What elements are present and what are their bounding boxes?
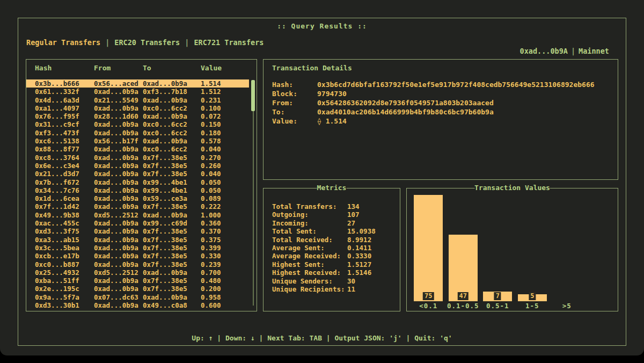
cell-value: 0.180 — [201, 129, 249, 137]
table-row[interactable]: 0x21...d3d70xad...0b9a0x7f...38e50.040 — [26, 170, 249, 178]
table-row[interactable]: 0xcb...e17b0xad...0b9a0x7f...38e50.330 — [26, 252, 249, 260]
table-row[interactable]: 0xd3...3f750xad...0b9a0x7f...38e50.370 — [26, 227, 249, 235]
table-row[interactable]: 0xc8...37640xad...0b9a0x7f...38e50.270 — [26, 154, 249, 162]
cell-to: 0xc0...6cc2 — [143, 145, 201, 153]
cell-to: 0xad...0b9a — [143, 96, 201, 104]
table-row[interactable]: 0x9a...5f7a0x07...dc630xad...0b9a0.958 — [26, 293, 249, 301]
table-row[interactable]: 0xa3...ab150xad...0b9a0x7f...38e50.375 — [26, 236, 249, 244]
table-row[interactable]: 0x3b...b6660x56...aced0xad...0b9a1.514 — [26, 79, 249, 88]
metric-row: Average Received:0.3330 — [272, 252, 396, 260]
cell-hash: 0xa1...4097 — [35, 104, 94, 112]
tab-regular-transfers[interactable]: Regular Transfers — [26, 38, 100, 47]
tab-separator: | — [100, 38, 114, 47]
table-row[interactable]: 0x7f...1d420xad...0b9a0x7f...38e50.222 — [26, 202, 249, 210]
cell-hash: 0xc6...5138 — [35, 137, 94, 145]
table-row[interactable]: 0x76...f95f0x28...1d600xad...0b9a0.072 — [26, 112, 249, 120]
detail-label: Block: — [272, 89, 317, 98]
cell-hash: 0xf3...473f — [35, 129, 94, 137]
metric-row: Total Received:8.9912 — [272, 236, 396, 244]
cell-hash: 0x88...8f77 — [35, 145, 94, 153]
cell-value: 0.260 — [201, 162, 249, 170]
table-row[interactable]: 0xa1...40970xad...0b9a0xc0...6cc20.100 — [26, 104, 249, 112]
cell-hash: 0xa3...ab15 — [35, 236, 94, 244]
cell-from: 0xad...0b9a — [94, 186, 143, 194]
table-body: 0x3b...b6660x56...aced0xad...0b9a1.5140x… — [26, 79, 257, 309]
metric-items: Total Transfers:134Outgoing:107Incoming:… — [272, 202, 396, 293]
table-row[interactable]: 0xc0...b8870xad...0b9a0x7f...38e50.239 — [26, 260, 249, 268]
table-row[interactable]: 0x7b...f6720xad...0b9a0x99...4be10.050 — [26, 178, 249, 186]
cell-value: 0.050 — [201, 186, 249, 194]
cell-value: 1.512 — [201, 88, 249, 96]
table-row[interactable]: 0x2e...195c0xad...0b9a0x7f...38e50.200 — [26, 285, 249, 293]
tab-erc721-transfers[interactable]: ERC721 Transfers — [194, 38, 264, 47]
table-row[interactable]: 0x1d...6cea0xad...0b9a0x59...ce3a0.089 — [26, 194, 249, 202]
cell-to: 0x7f...38e5 — [143, 227, 201, 235]
cell-to: 0xad...0b9a — [143, 211, 201, 219]
table-row[interactable]: 0x61...332f0xad...0b9a0xf3...7b181.512 — [26, 88, 249, 96]
table-row[interactable]: 0x31...c9cf0xad...0b9a0xc0...6cc20.150 — [26, 120, 249, 128]
cell-from: 0xad...0b9a — [94, 154, 143, 162]
bar-value-label: 7 — [494, 292, 501, 300]
histogram-bar — [449, 235, 478, 301]
cell-value: 0.200 — [201, 285, 249, 293]
scrollbar-thumb[interactable] — [251, 80, 255, 111]
column-header-from: From — [94, 64, 143, 72]
detail-row: Value:⟠ 1.514 — [272, 117, 612, 126]
table-row[interactable]: 0x49...9b380xd5...25120xad...0b9a1.000 — [26, 211, 249, 219]
account-address: 0xad...0b9A — [520, 47, 568, 55]
cell-hash: 0x9a...5f7a — [35, 293, 94, 301]
detail-row: To:0xad4010ac206b14d66999b4bf9b80c6bc97b… — [272, 107, 612, 117]
detail-value: 9794730 — [317, 89, 347, 98]
cell-to: 0x7f...38e5 — [143, 277, 201, 285]
cell-from: 0xad...0b9a — [94, 285, 143, 293]
cell-hash: 0xc0...b887 — [35, 260, 94, 268]
table-row[interactable]: 0xac...455c0xad...0b9a0x99...c69d0.360 — [26, 219, 249, 227]
tab-erc20-transfers[interactable]: ERC20 Transfers — [114, 38, 180, 47]
cell-value: 0.399 — [201, 244, 249, 252]
table-row[interactable]: 0xba...51ff0xad...0b9a0x7f...38e50.480 — [26, 277, 249, 285]
detail-value: 0xad4010ac206b14d66999b4bf9b80c6bc97b60b… — [317, 107, 494, 117]
cell-value: 0.480 — [201, 277, 249, 285]
histogram-slot: 47 — [446, 188, 481, 301]
cell-value: 0.360 — [201, 219, 249, 227]
table-row[interactable]: 0x3c...5bea0xad...0b9a0x7f...38e50.399 — [26, 244, 249, 252]
detail-label: From: — [272, 98, 317, 107]
cell-value: 0.100 — [201, 104, 249, 112]
table-row[interactable]: 0xf3...473f0xad...0b9a0xc0...6cc20.180 — [26, 129, 249, 137]
transaction-values-panel: Transaction Values 754775 <0.10.1-0.50.5… — [406, 188, 618, 311]
table-header: HashFromToValue — [26, 64, 257, 72]
metric-value: 1.5146 — [347, 268, 371, 277]
cell-from: 0xad...0b9a — [94, 277, 143, 285]
metric-value: 1.5127 — [347, 260, 371, 268]
network-label: Mainnet — [579, 47, 609, 55]
metric-label: Total Transfers: — [272, 202, 347, 210]
cell-to: 0xf3...7b18 — [143, 88, 201, 96]
metric-value: 30 — [347, 277, 355, 285]
bar-value-label: 47 — [458, 292, 469, 300]
table-row[interactable]: 0xc6...51380x56...b17f0xad...0b9a0.578 — [26, 137, 249, 145]
cell-to: 0xad...0b9a — [143, 137, 201, 145]
cell-from: 0xad...0b9a — [94, 244, 143, 252]
table-row[interactable]: 0x6e...c3e40xad...0b9a0x7f...38e50.260 — [26, 162, 249, 170]
cell-value: 0.239 — [201, 260, 249, 268]
cell-from: 0x56...b17f — [94, 137, 143, 145]
cell-from: 0xad...0b9a — [94, 162, 143, 170]
cell-from: 0xad...0b9a — [94, 194, 143, 202]
table-row[interactable]: 0x34...7c760xad...0b9a0x99...4be10.050 — [26, 186, 249, 194]
metric-row: Total Sent:15.0938 — [272, 227, 396, 235]
table-row[interactable]: 0x88...8f770xad...0b9a0xc0...6cc20.040 — [26, 145, 249, 153]
table-row[interactable]: 0xd3...30b10xad...0b9a0x49...c0a80.600 — [26, 301, 249, 309]
detail-row: Block:9794730 — [272, 89, 612, 98]
x-axis-label: 1-5 — [515, 302, 550, 310]
cell-hash: 0x7b...f672 — [35, 178, 94, 186]
metric-value: 134 — [347, 202, 360, 210]
column-header-value: Value — [201, 64, 257, 72]
histogram-slot — [550, 188, 584, 301]
cell-value: 0.072 — [201, 112, 249, 120]
table-row[interactable]: 0x25...49320xd5...25120xad...0b9a0.700 — [26, 268, 249, 277]
table-row[interactable]: 0x4d...6a3d0x21...55490xad...0b9a0.231 — [26, 96, 249, 104]
metric-value: 15.0938 — [347, 227, 376, 235]
cell-to: 0xc0...6cc2 — [143, 104, 201, 112]
table-scrollbar[interactable] — [251, 80, 255, 306]
tab-bar: Regular Transfers|ERC20 Transfers|ERC721… — [26, 38, 264, 48]
